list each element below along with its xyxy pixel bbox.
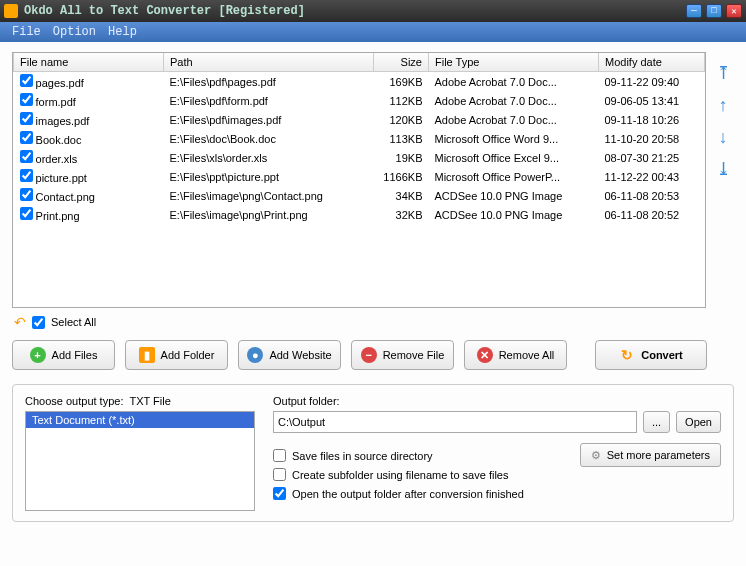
convert-button[interactable]: ↻Convert (595, 340, 707, 370)
col-path[interactable]: Path (164, 53, 374, 72)
col-type[interactable]: File Type (429, 53, 599, 72)
refresh-icon: ↻ (619, 347, 635, 363)
row-checkbox[interactable] (20, 112, 33, 125)
create-subfolder-label: Create subfolder using filename to save … (292, 469, 508, 481)
browse-button[interactable]: ... (643, 411, 670, 433)
undo-icon[interactable]: ↶ (14, 314, 26, 330)
table-row[interactable]: order.xlsE:\Files\xls\order.xls19KBMicro… (14, 148, 705, 167)
open-after-checkbox[interactable] (273, 487, 286, 500)
remove-all-button[interactable]: ✕Remove All (464, 340, 567, 370)
open-folder-button[interactable]: Open (676, 411, 721, 433)
output-folder-input[interactable] (273, 411, 637, 433)
add-files-button[interactable]: +Add Files (12, 340, 115, 370)
row-checkbox[interactable] (20, 169, 33, 182)
open-after-label: Open the output folder after conversion … (292, 488, 524, 500)
minus-icon: − (361, 347, 377, 363)
select-all-checkbox[interactable] (32, 316, 45, 329)
close-button[interactable]: ✕ (726, 4, 742, 18)
table-row[interactable]: picture.pptE:\Files\ppt\picture.ppt1166K… (14, 167, 705, 186)
gear-icon: ⚙ (591, 449, 601, 462)
select-all-label: Select All (51, 316, 96, 328)
move-top-icon[interactable]: ⤒ (716, 64, 731, 82)
move-up-icon[interactable]: ↑ (719, 96, 728, 114)
row-checkbox[interactable] (20, 150, 33, 163)
col-filename[interactable]: File name (14, 53, 164, 72)
table-row[interactable]: Contact.pngE:\Files\image\png\Contact.pn… (14, 186, 705, 205)
plus-icon: + (30, 347, 46, 363)
create-subfolder-checkbox[interactable] (273, 468, 286, 481)
move-bottom-icon[interactable]: ⤓ (716, 160, 731, 178)
save-source-label: Save files in source directory (292, 450, 433, 462)
table-row[interactable]: images.pdfE:\Files\pdf\images.pdf120KBAd… (14, 110, 705, 129)
table-row[interactable]: pages.pdfE:\Files\pdf\pages.pdf169KBAdob… (14, 72, 705, 92)
menu-option[interactable]: Option (47, 25, 102, 39)
menu-help[interactable]: Help (102, 25, 143, 39)
output-folder-label: Output folder: (273, 395, 721, 407)
table-row[interactable]: Book.docE:\Files\doc\Book.doc113KBMicros… (14, 129, 705, 148)
output-type-listbox[interactable]: Text Document (*.txt) (25, 411, 255, 511)
window-title: Okdo All to Text Converter [Registered] (24, 4, 686, 18)
remove-file-button[interactable]: −Remove File (351, 340, 454, 370)
table-row[interactable]: form.pdfE:\Files\pdf\form.pdf112KBAdobe … (14, 91, 705, 110)
move-down-icon[interactable]: ↓ (719, 128, 728, 146)
file-list[interactable]: File name Path Size File Type Modify dat… (12, 52, 706, 308)
x-icon: ✕ (477, 347, 493, 363)
col-date[interactable]: Modify date (599, 53, 705, 72)
maximize-button[interactable]: □ (706, 4, 722, 18)
output-type-item[interactable]: Text Document (*.txt) (26, 412, 254, 428)
menubar: File Option Help (0, 22, 746, 42)
minimize-button[interactable]: ─ (686, 4, 702, 18)
row-checkbox[interactable] (20, 131, 33, 144)
table-header-row: File name Path Size File Type Modify dat… (14, 53, 705, 72)
add-website-button[interactable]: ●Add Website (238, 340, 341, 370)
app-icon (4, 4, 18, 18)
output-type-label: Choose output type: (25, 395, 123, 407)
folder-icon: ▮ (139, 347, 155, 363)
output-type-current: TXT File (129, 395, 170, 407)
globe-icon: ● (247, 347, 263, 363)
col-size[interactable]: Size (374, 53, 429, 72)
row-checkbox[interactable] (20, 188, 33, 201)
row-checkbox[interactable] (20, 207, 33, 220)
titlebar: Okdo All to Text Converter [Registered] … (0, 0, 746, 22)
row-checkbox[interactable] (20, 93, 33, 106)
row-checkbox[interactable] (20, 74, 33, 87)
table-row[interactable]: Print.pngE:\Files\image\png\Print.png32K… (14, 205, 705, 224)
menu-file[interactable]: File (6, 25, 47, 39)
add-folder-button[interactable]: ▮Add Folder (125, 340, 228, 370)
set-more-parameters-button[interactable]: ⚙Set more parameters (580, 443, 721, 467)
save-source-checkbox[interactable] (273, 449, 286, 462)
